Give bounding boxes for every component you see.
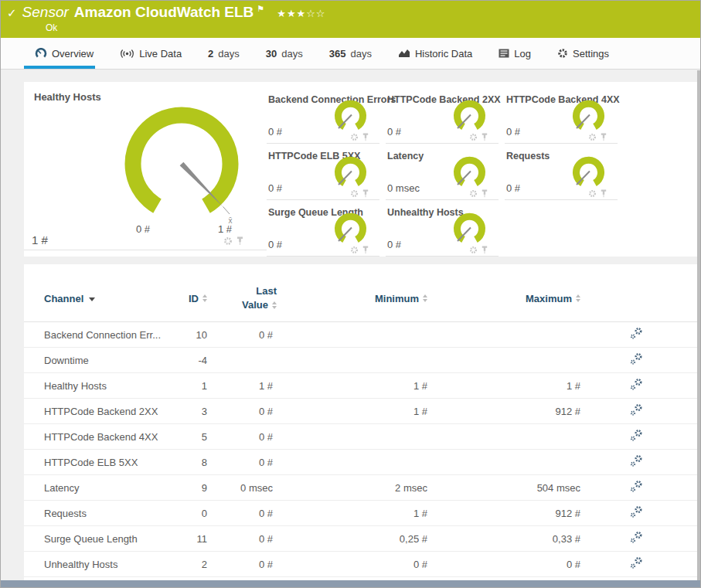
- channel-name[interactable]: Healthy Hosts: [24, 373, 179, 399]
- table-row[interactable]: Healthy Hosts 1 1 # 1 # 1 #: [24, 373, 699, 399]
- gauge-arc: [332, 156, 369, 192]
- channel-settings-icon[interactable]: [630, 327, 643, 342]
- gauge-pin-icon[interactable]: [237, 236, 243, 246]
- channel-gauge[interactable]: HTTPCode ELB 5XX 0 #: [267, 144, 379, 200]
- table-row[interactable]: HTTPCode ELB 5XX 8 0 #: [24, 450, 699, 475]
- tab-live-data[interactable]: Live Data: [120, 38, 182, 69]
- tab-label: Live Data: [139, 48, 182, 59]
- channel-settings-icon[interactable]: [630, 454, 643, 470]
- gauge-value: 0 #: [387, 126, 401, 138]
- gauge-pin-icon[interactable]: [482, 189, 488, 198]
- gauge-scale-max: 1 #: [218, 223, 232, 235]
- tab-365-days[interactable]: 365 days: [329, 38, 372, 69]
- channel-gauge[interactable]: Surge Queue Length 0 #: [267, 200, 379, 257]
- channel-settings-icon[interactable]: [630, 505, 643, 521]
- table-row[interactable]: Downtime -4: [24, 348, 699, 373]
- table-header-row: Channel ID Last Value Minimum Maximum: [24, 277, 699, 322]
- channel-name[interactable]: HTTPCode Backend 2XX: [24, 399, 179, 424]
- gauge-settings-icon[interactable]: [588, 133, 597, 141]
- channels-table: Channel ID Last Value Minimum Maximum: [24, 277, 699, 577]
- channel-id: 2: [179, 552, 218, 577]
- gauge-pin-icon[interactable]: [362, 246, 369, 254]
- gauge-title: Healthy Hosts: [34, 91, 101, 103]
- channel-name[interactable]: Backend Connection Err...: [24, 322, 179, 348]
- tab-log[interactable]: Log: [499, 38, 531, 69]
- channel-gauge[interactable]: Latency 0 msec: [386, 144, 499, 200]
- content-area: Healthy Hosts x̄ 0 # 1 # 1 #: [1, 70, 700, 583]
- gauge-pin-icon[interactable]: [362, 189, 369, 198]
- gauge-pin-icon[interactable]: [482, 246, 488, 254]
- column-header-minimum[interactable]: Minimum: [288, 277, 442, 322]
- channel-settings-icon[interactable]: [630, 531, 643, 546]
- gauge-settings-icon[interactable]: [469, 189, 478, 198]
- tab-overview[interactable]: Overview: [35, 38, 94, 69]
- tab-30-days[interactable]: 30 days: [266, 38, 303, 69]
- gauge-value: 0 #: [268, 239, 282, 250]
- channel-name[interactable]: Latency: [24, 475, 179, 501]
- column-header-id[interactable]: ID: [179, 277, 218, 322]
- gauge-arc: [332, 100, 369, 136]
- column-header-last-value[interactable]: Last Value: [218, 277, 288, 322]
- table-row[interactable]: Surge Queue Length 11 0 # 0,25 # 0,33 #: [24, 526, 699, 552]
- channel-settings-icon[interactable]: [630, 480, 643, 495]
- table-row[interactable]: HTTPCode Backend 4XX 5 0 #: [24, 424, 699, 450]
- gauge-value: 0 #: [268, 182, 282, 194]
- channel-minimum: 1 #: [288, 373, 442, 399]
- channel-name[interactable]: HTTPCode Backend 4XX: [24, 424, 179, 450]
- gauge-pin-icon[interactable]: [482, 133, 488, 141]
- channel-settings-icon[interactable]: [630, 403, 643, 419]
- status-ok-icon: ✓: [7, 6, 17, 20]
- table-row[interactable]: Unhealthy Hosts 2 0 # 0 # 0 #: [24, 552, 699, 577]
- tab-settings[interactable]: Settings: [557, 38, 609, 69]
- horizontal-scrollbar[interactable]: [1, 580, 700, 587]
- vertical-scrollbar[interactable]: [697, 70, 700, 580]
- gauge-pin-icon[interactable]: [601, 189, 607, 198]
- channel-name[interactable]: HTTPCode ELB 5XX: [24, 450, 179, 475]
- channel-maximum: [442, 322, 595, 348]
- tab-historic-data[interactable]: Historic Data: [398, 38, 472, 69]
- channel-gauge[interactable]: HTTPCode Backend 4XX 0 #: [505, 87, 618, 144]
- tab-label: Overview: [52, 48, 94, 59]
- flag-icon[interactable]: ⚑: [257, 4, 264, 14]
- gauge-settings-icon[interactable]: [469, 246, 478, 254]
- channel-gauge[interactable]: HTTPCode Backend 2XX 0 #: [386, 87, 499, 144]
- primary-gauge-healthy-hosts[interactable]: Healthy Hosts x̄ 0 # 1 # 1 #: [24, 82, 267, 250]
- gauge-value: 0 #: [506, 182, 520, 194]
- channel-last-value: 0 #: [218, 424, 288, 450]
- gauge-settings-icon[interactable]: [350, 246, 359, 254]
- table-row[interactable]: Latency 9 0 msec 2 msec 504 msec: [24, 475, 699, 501]
- channel-gauge[interactable]: Unhealthy Hosts 0 #: [386, 200, 499, 257]
- channel-name[interactable]: Surge Queue Length: [24, 526, 179, 552]
- channel-name[interactable]: Requests: [24, 501, 179, 526]
- priority-stars[interactable]: ★★★☆☆: [277, 8, 325, 19]
- channel-settings-icon[interactable]: [630, 556, 643, 572]
- channel-minimum: 0 #: [288, 552, 442, 577]
- gauge-pin-icon[interactable]: [362, 133, 369, 141]
- sort-icon: [576, 294, 580, 302]
- column-header-maximum[interactable]: Maximum: [442, 277, 595, 322]
- channel-maximum: 912 #: [442, 399, 595, 424]
- channel-settings-icon[interactable]: [630, 429, 643, 444]
- channel-settings-icon[interactable]: [630, 352, 643, 368]
- sort-icon: [423, 294, 427, 302]
- gauge-pin-icon[interactable]: [601, 133, 607, 141]
- table-row[interactable]: Requests 0 0 # 1 # 912 #: [24, 501, 699, 526]
- object-kind-label: Sensor: [22, 4, 69, 21]
- gauge-settings-icon[interactable]: [350, 189, 359, 198]
- gauge-settings-icon[interactable]: [588, 189, 597, 198]
- table-row[interactable]: HTTPCode Backend 2XX 3 0 # 1 # 912 #: [24, 399, 699, 424]
- table-row[interactable]: Backend Connection Err... 10 0 #: [24, 322, 699, 348]
- gauge-settings-icon[interactable]: [223, 236, 233, 246]
- channel-gauge[interactable]: Backend Connection Errors 0 #: [267, 87, 379, 144]
- column-header-channel[interactable]: Channel: [24, 277, 179, 322]
- channel-name[interactable]: Unhealthy Hosts: [24, 552, 179, 577]
- gauge-settings-icon[interactable]: [350, 133, 359, 141]
- gauge-icon: [35, 48, 47, 59]
- channel-name[interactable]: Downtime: [24, 348, 179, 373]
- channel-id: 5: [179, 424, 218, 450]
- small-gauges-grid: Backend Connection Errors 0 # HTTPCode B…: [267, 87, 618, 257]
- gauge-settings-icon[interactable]: [469, 133, 478, 141]
- channel-settings-icon[interactable]: [630, 378, 643, 393]
- channel-gauge[interactable]: Requests 0 #: [505, 144, 618, 200]
- tab-2-days[interactable]: 2 days: [208, 38, 240, 69]
